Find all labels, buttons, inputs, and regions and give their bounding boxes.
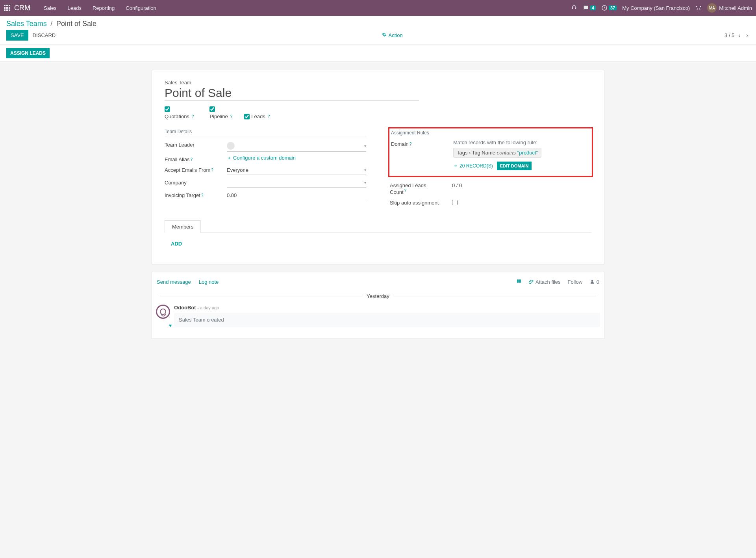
assign-leads-button[interactable]: Assign Leads [6, 48, 50, 58]
quotations-checkbox[interactable] [165, 106, 170, 112]
nav-menu: Sales Leads Reporting Configuration [38, 1, 162, 15]
svg-rect-1 [6, 5, 8, 6]
message-content: Sales Team created [174, 313, 600, 327]
help-icon[interactable]: ? [404, 188, 407, 193]
domain-label: Domain [391, 141, 409, 147]
status-bar: Assign Leads [0, 45, 756, 62]
svg-rect-3 [4, 7, 6, 9]
attach-files-button[interactable]: Attach files [529, 279, 561, 285]
team-leader-select[interactable]: ▾ [227, 140, 366, 152]
caret-down-icon: ▾ [364, 180, 366, 185]
book-icon[interactable] [516, 279, 522, 285]
assignment-rules-group: Assignment Rules Domain? Match records w… [390, 129, 591, 208]
activities-icon[interactable]: 37 [601, 5, 617, 11]
message-author: OdooBot [174, 305, 196, 311]
messages-icon[interactable]: 4 [583, 5, 596, 11]
follow-button[interactable]: Follow [568, 279, 583, 285]
action-dropdown[interactable]: Action [382, 32, 403, 38]
save-button[interactable]: Save [6, 30, 28, 41]
nav-configuration[interactable]: Configuration [120, 1, 161, 15]
pager-prev-icon[interactable]: ‹ [737, 32, 742, 39]
control-bar: Sales Teams / Point of Sale Save Discard… [0, 16, 756, 45]
discard-button[interactable]: Discard [28, 30, 60, 41]
followers-count[interactable]: 0 [589, 279, 599, 285]
invoicing-target-input[interactable] [227, 191, 366, 200]
pager: 3 / 5 ‹ › [724, 32, 750, 39]
svg-rect-5 [9, 7, 10, 9]
sales-team-name-input[interactable] [165, 86, 419, 101]
apps-icon[interactable] [4, 5, 10, 11]
domain-path: Tags › Tag Name [457, 150, 495, 156]
pipeline-checkbox[interactable] [209, 106, 215, 112]
svg-rect-0 [4, 5, 6, 6]
skip-auto-label: Skip auto assignment [390, 200, 439, 206]
assigned-leads-label-1: Assigned Leads [390, 182, 426, 188]
form-sheet: Sales Team Quotations? Pipeline? Leads? [152, 70, 604, 264]
debug-icon[interactable] [695, 5, 702, 11]
user-menu[interactable]: MA Mitchell Admin [707, 3, 752, 13]
company-label: Company [165, 180, 187, 186]
messages-badge: 4 [590, 6, 596, 10]
bot-avatar-icon [156, 305, 170, 319]
pager-next-icon[interactable]: › [745, 32, 750, 39]
caret-down-icon: ▾ [364, 144, 366, 148]
domain-match-text: Match records with the following rule: [453, 140, 590, 145]
accept-emails-label: Accept Emails From [165, 167, 210, 173]
highlight-box: Assignment Rules Domain? Match records w… [388, 127, 593, 177]
svg-rect-6 [4, 9, 6, 11]
email-alias-label: Email Alias [165, 156, 190, 162]
leads-label: Leads [251, 113, 265, 119]
svg-rect-4 [6, 7, 8, 9]
help-icon[interactable]: ? [192, 114, 194, 119]
assigned-leads-label-2: Count [390, 189, 404, 195]
accept-emails-select[interactable]: Everyone ▾ [227, 166, 366, 175]
configure-domain-link[interactable]: Configure a custom domain [227, 155, 366, 161]
accept-emails-value: Everyone [227, 167, 248, 173]
help-icon[interactable]: ? [230, 114, 233, 119]
help-icon[interactable]: ? [191, 157, 193, 162]
help-icon[interactable]: ? [211, 168, 213, 172]
user-name: Mitchell Admin [719, 5, 752, 11]
add-member-button[interactable]: ADD [171, 241, 182, 247]
nav-leads[interactable]: Leads [62, 1, 87, 15]
breadcrumb-current: Point of Sale [56, 20, 96, 28]
domain-value: "product" [517, 150, 538, 156]
company-select[interactable]: ▾ [227, 178, 366, 188]
quotations-label: Quotations [165, 113, 189, 119]
pipeline-label: Pipeline [209, 113, 228, 119]
help-icon[interactable]: ? [268, 114, 270, 119]
svg-rect-2 [9, 5, 10, 6]
company-switcher[interactable]: My Company (San Francisco) [622, 5, 690, 11]
help-icon[interactable]: ? [410, 142, 412, 146]
support-icon[interactable] [571, 5, 577, 11]
team-leader-label: Team Leader [165, 142, 195, 148]
domain-operator: contains [497, 150, 516, 156]
chatter: Send message Log note Attach files Follo… [152, 272, 604, 339]
tabs: Members ADD [165, 220, 591, 255]
breadcrumb-parent[interactable]: Sales Teams [6, 20, 47, 28]
caret-down-icon: ▾ [364, 168, 366, 172]
log-note-button[interactable]: Log note [199, 279, 219, 285]
brand-title[interactable]: CRM [14, 4, 30, 12]
top-navbar: CRM Sales Leads Reporting Configuration … [0, 0, 756, 16]
edit-domain-button[interactable]: EDIT DOMAIN [497, 162, 532, 170]
message-time: - a day ago [197, 305, 219, 310]
help-icon[interactable]: ? [201, 193, 204, 197]
user-avatar: MA [707, 3, 717, 13]
heart-icon: ♥ [169, 323, 172, 328]
title-label: Sales Team [165, 80, 591, 86]
tab-members[interactable]: Members [165, 220, 201, 233]
nav-reporting[interactable]: Reporting [87, 1, 120, 15]
avatar-placeholder [227, 142, 235, 150]
svg-rect-8 [9, 9, 10, 11]
invoicing-target-label: Invoicing Target [165, 192, 200, 198]
svg-rect-7 [6, 9, 8, 11]
send-message-button[interactable]: Send message [157, 279, 191, 285]
nav-sales[interactable]: Sales [38, 1, 62, 15]
skip-auto-checkbox[interactable] [452, 200, 458, 205]
activities-badge: 37 [609, 6, 617, 10]
leads-checkbox[interactable] [244, 114, 250, 119]
records-count-link[interactable]: 20 RECORD(S) [453, 163, 493, 169]
assignment-rules-title: Assignment Rules [391, 130, 590, 137]
breadcrumb: Sales Teams / Point of Sale [6, 20, 96, 28]
